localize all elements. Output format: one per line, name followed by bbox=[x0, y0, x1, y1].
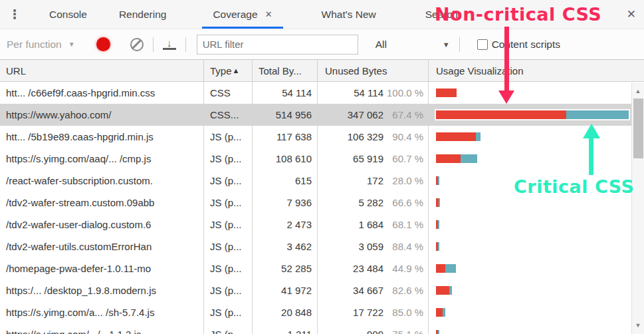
more-tools-icon[interactable]: ⋮ bbox=[0, 7, 29, 22]
content-scripts-label: Content scripts bbox=[492, 39, 560, 51]
coverage-table-body: htt... /c66ef9f.caas-hpgrid.min.css CSS … bbox=[0, 82, 644, 334]
used-bar-segment bbox=[445, 264, 456, 273]
coverage-table-row[interactable]: https://www.yahoo.com/ CSS... 514 956 34… bbox=[0, 104, 644, 126]
unused-percent-value: 28.0 % bbox=[383, 175, 423, 186]
unused-percent-value: 90.4 % bbox=[383, 131, 423, 142]
scroll-up-icon[interactable]: ▲ bbox=[632, 88, 644, 94]
url-filter-input[interactable] bbox=[197, 35, 358, 55]
column-header-usage-visualization[interactable]: Usage Visualization bbox=[429, 60, 644, 81]
row-usage-visualization bbox=[429, 126, 644, 148]
row-unused-bytes: 34 667 82.6 % bbox=[318, 279, 429, 301]
row-type: JS (p... bbox=[204, 257, 253, 279]
used-bar-segment bbox=[439, 198, 440, 207]
row-url: https://s.yimg.com/a... /sh-5.7.4.js bbox=[0, 301, 204, 323]
row-unused-bytes: 106 329 90.4 % bbox=[318, 126, 429, 148]
content-scripts-checkbox[interactable] bbox=[477, 39, 488, 50]
coverage-table-row[interactable]: https://s.yimg.com/.../..-1.1.3.js JS (p… bbox=[0, 323, 644, 334]
row-url: https://www.yahoo.com/ bbox=[0, 104, 204, 126]
type-filter-value: All bbox=[376, 39, 387, 51]
coverage-table-row[interactable]: https://s.yimg.com/a... /sh-5.7.4.js JS … bbox=[0, 301, 644, 323]
scroll-down-icon[interactable]: ▼ bbox=[632, 322, 644, 329]
row-usage-visualization bbox=[429, 82, 644, 104]
record-button[interactable] bbox=[96, 37, 110, 51]
row-total-bytes: 1 211 bbox=[253, 323, 318, 334]
row-unused-bytes: 172 28.0 % bbox=[318, 170, 429, 192]
tab-label: Rendering bbox=[119, 9, 167, 21]
drawer-tab[interactable]: Coverage ✕ bbox=[202, 0, 282, 29]
row-url: /react-wafer-subscription.custom. bbox=[0, 170, 204, 192]
vertical-scrollbar[interactable]: ▲ ▼ bbox=[631, 83, 644, 334]
drawer-tab[interactable]: Console ✕ bbox=[39, 0, 98, 29]
row-url: htt... /5b19e89.caas-hpgrid.min.js bbox=[0, 126, 204, 148]
drawer-tab[interactable]: Rendering ✕ bbox=[108, 0, 177, 29]
column-header-type[interactable]: Type ▲ bbox=[204, 60, 253, 81]
unused-percent-value: 66.6 % bbox=[383, 197, 423, 208]
unused-percent-value: 82.6 % bbox=[383, 285, 423, 296]
toolbar-divider bbox=[459, 37, 460, 52]
row-usage-visualization bbox=[429, 257, 644, 279]
row-unused-bytes: 23 484 44.9 % bbox=[318, 257, 429, 279]
row-type: JS (p... bbox=[204, 236, 253, 257]
row-total-bytes: 41 972 bbox=[253, 279, 318, 301]
row-total-bytes: 514 956 bbox=[253, 104, 318, 126]
close-devtools-icon[interactable]: ✕ bbox=[627, 7, 636, 21]
unused-bytes-value: 5 282 bbox=[318, 197, 383, 208]
used-bar-segment bbox=[476, 132, 481, 141]
row-url: https://s.yimg.com/.../..-1.1.3.js bbox=[0, 323, 204, 334]
export-icon[interactable]: ↓ bbox=[163, 39, 176, 50]
unused-bytes-value: 1 684 bbox=[318, 219, 383, 230]
coverage-table-row[interactable]: htt... /c66ef9f.caas-hpgrid.min.css CSS … bbox=[0, 82, 644, 104]
column-header-total-bytes[interactable]: Total By... bbox=[253, 60, 318, 81]
usage-bar bbox=[436, 330, 439, 334]
coverage-table-row[interactable]: /tdv2-wafer-utils.customErrorHan JS (p..… bbox=[0, 236, 644, 257]
coverage-table-row[interactable]: /tdv2-wafer-user-dialog.custom.6 JS (p..… bbox=[0, 214, 644, 236]
row-url: /homepage-pwa-defer-1.0.11-mo bbox=[0, 257, 204, 279]
usage-bar bbox=[436, 264, 456, 273]
row-total-bytes: 3 462 bbox=[253, 236, 318, 257]
row-url: /tdv2-wafer-stream.custom.09abb bbox=[0, 192, 204, 214]
usage-bar bbox=[436, 88, 457, 97]
coverage-table-row[interactable]: /homepage-pwa-defer-1.0.11-mo JS (p... 5… bbox=[0, 257, 644, 279]
type-filter-dropdown[interactable]: All ▼ bbox=[376, 39, 450, 51]
used-bar-segment bbox=[443, 308, 445, 317]
row-type: CSS bbox=[204, 82, 253, 104]
row-usage-visualization bbox=[429, 214, 644, 236]
non-critical-arrowhead-icon bbox=[498, 90, 514, 104]
clear-icon[interactable] bbox=[130, 38, 144, 51]
unused-bytes-value: 106 329 bbox=[318, 131, 383, 142]
row-total-bytes: 52 285 bbox=[253, 257, 318, 279]
scrollbar-thumb[interactable] bbox=[633, 98, 643, 158]
unused-bar-segment bbox=[436, 110, 566, 119]
coverage-table-row[interactable]: https://s.yimg.com/aaq/... /cmp.js JS (p… bbox=[0, 148, 644, 170]
toolbar-divider bbox=[185, 37, 186, 52]
row-type: JS (p... bbox=[204, 170, 253, 192]
tab-label: Console bbox=[49, 9, 87, 21]
usage-bar bbox=[436, 154, 477, 163]
column-header-unused-bytes[interactable]: Unused Bytes bbox=[318, 60, 429, 81]
row-total-bytes: 20 848 bbox=[253, 301, 318, 323]
usage-bar bbox=[436, 286, 452, 295]
row-unused-bytes: 54 114 100.0 % bbox=[318, 82, 429, 104]
row-unused-bytes: 17 722 85.0 % bbox=[318, 301, 429, 323]
row-usage-visualization bbox=[429, 148, 644, 170]
coverage-table-row[interactable]: htt... /5b19e89.caas-hpgrid.min.js JS (p… bbox=[0, 126, 644, 148]
unused-bar-segment bbox=[436, 154, 461, 163]
usage-bar bbox=[436, 198, 440, 207]
drawer-tab[interactable]: What's New ✕ bbox=[311, 0, 387, 29]
used-bar-segment bbox=[438, 330, 439, 334]
row-type: JS (p... bbox=[204, 148, 253, 170]
usage-bar bbox=[436, 110, 629, 119]
column-header-url[interactable]: URL bbox=[0, 60, 204, 81]
row-total-bytes: 54 114 bbox=[253, 82, 318, 104]
unused-bytes-value: 909 bbox=[318, 329, 383, 334]
usage-bar bbox=[436, 176, 439, 185]
row-total-bytes: 117 638 bbox=[253, 126, 318, 148]
tab-close-icon[interactable]: ✕ bbox=[265, 9, 272, 19]
coverage-table-row[interactable]: https:/... /desktop_1.9.8.modern.js JS (… bbox=[0, 279, 644, 301]
row-type: JS (p... bbox=[204, 323, 253, 334]
tab-label: Coverage bbox=[213, 9, 257, 21]
coverage-mode-dropdown[interactable]: Per function ▼ bbox=[7, 39, 75, 51]
unused-bytes-value: 17 722 bbox=[318, 307, 383, 318]
coverage-toolbar: Per function ▼ ↓ All ▼ Content scripts bbox=[0, 29, 644, 60]
tab-strip: Console ✕ Rendering ✕ Coverage ✕ What's … bbox=[29, 0, 469, 29]
